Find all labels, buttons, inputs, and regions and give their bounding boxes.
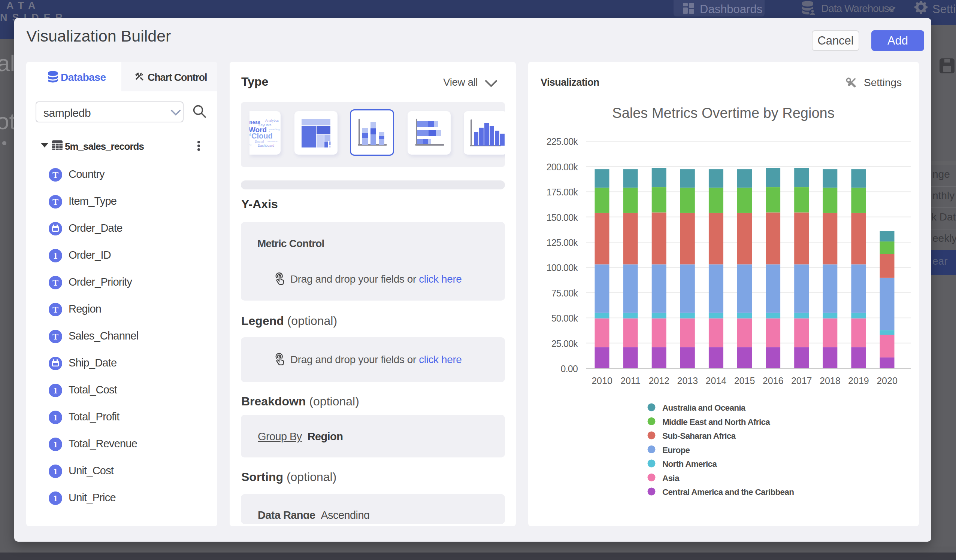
- svg-text:2012: 2012: [648, 375, 670, 386]
- svg-text:50.00k: 50.00k: [552, 313, 579, 323]
- svg-text:200.00k: 200.00k: [547, 162, 579, 172]
- svg-text:25.00k: 25.00k: [552, 339, 579, 349]
- svg-text:Europe: Europe: [662, 445, 690, 455]
- svg-text:2013: 2013: [677, 375, 698, 386]
- svg-text:2020: 2020: [877, 375, 898, 386]
- svg-text:North America: North America: [662, 459, 717, 469]
- svg-text:2014: 2014: [706, 375, 727, 386]
- svg-text:Australia and Oceania: Australia and Oceania: [662, 403, 746, 413]
- svg-text:2010: 2010: [591, 375, 612, 386]
- svg-text:2019: 2019: [848, 375, 869, 386]
- svg-text:2017: 2017: [791, 375, 812, 386]
- svg-text:Sales Metrics Overtime by Regi: Sales Metrics Overtime by Regions: [612, 105, 834, 121]
- svg-text:75.00k: 75.00k: [552, 288, 579, 298]
- svg-text:175.00k: 175.00k: [547, 187, 579, 197]
- svg-text:0.00: 0.00: [561, 364, 578, 374]
- svg-text:Sub-Saharan Africa: Sub-Saharan Africa: [662, 431, 736, 441]
- svg-text:Central America and the Caribb: Central America and the Caribbean: [662, 487, 794, 497]
- svg-text:2018: 2018: [820, 375, 841, 386]
- svg-text:2016: 2016: [763, 375, 784, 386]
- svg-text:150.00k: 150.00k: [547, 212, 579, 223]
- svg-text:225.00k: 225.00k: [547, 136, 579, 147]
- svg-text:Middle East and North Africa: Middle East and North Africa: [662, 417, 770, 427]
- svg-text:2011: 2011: [620, 375, 641, 386]
- svg-text:125.00k: 125.00k: [547, 237, 579, 248]
- svg-text:Asia: Asia: [662, 474, 679, 483]
- svg-text:100.00k: 100.00k: [547, 262, 579, 273]
- svg-text:2015: 2015: [734, 375, 755, 386]
